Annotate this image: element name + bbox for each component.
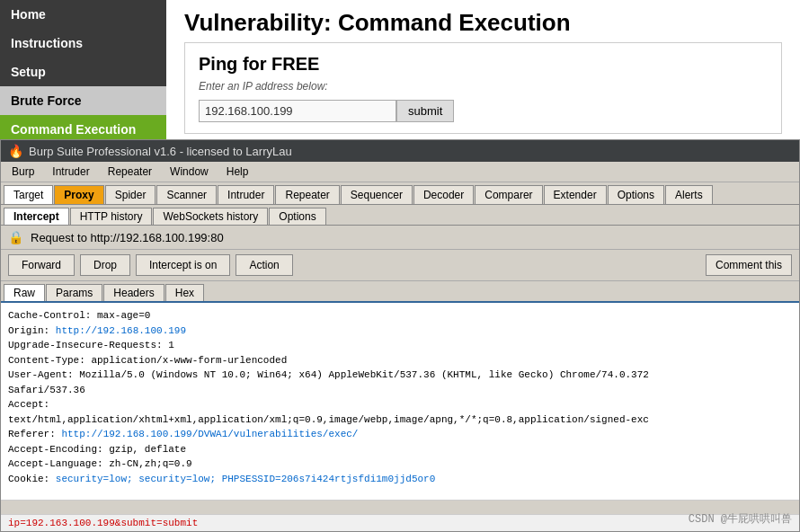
page-title: Vulnerability: Command Execution <box>166 0 800 42</box>
tab-target[interactable]: Target <box>4 185 53 204</box>
subtab-options[interactable]: Options <box>269 208 325 225</box>
menu-help[interactable]: Help <box>219 164 256 180</box>
subtab-http-history[interactable]: HTTP history <box>70 208 153 225</box>
body-line-3: Upgrade-Insecure-Requests: 1 <box>8 338 792 353</box>
ping-title: Ping for FREE <box>199 54 768 75</box>
drop-button[interactable]: Drop <box>80 254 130 276</box>
ping-input[interactable] <box>199 100 396 122</box>
content-tab-headers[interactable]: Headers <box>103 284 164 301</box>
menu-window[interactable]: Window <box>163 164 216 180</box>
ping-box: Ping for FREE Enter an IP address below:… <box>184 42 782 134</box>
tab-spider[interactable]: Spider <box>105 185 156 204</box>
subtab-intercept[interactable]: Intercept <box>4 208 69 225</box>
burp-sub-tabs: Intercept HTTP history WebSockets histor… <box>1 205 799 226</box>
burp-menubar: Burp Intruder Repeater Window Help <box>1 162 799 182</box>
menu-intruder[interactable]: Intruder <box>45 164 96 180</box>
tab-repeater[interactable]: Repeater <box>275 185 339 204</box>
body-line-10: Accept-Encoding: gzip, deflate <box>8 442 792 457</box>
intercept-toggle-button[interactable]: Intercept is on <box>136 254 230 276</box>
burp-titlebar: 🔥 Burp Suite Professional v1.6 - license… <box>1 140 799 162</box>
content-tab-hex[interactable]: Hex <box>165 284 204 301</box>
sidebar-item-setup[interactable]: Setup <box>0 58 166 86</box>
body-line-5: User-Agent: Mozilla/5.0 (Windows NT 10.0… <box>8 368 792 383</box>
tab-comparer[interactable]: Comparer <box>475 185 542 204</box>
body-line-2: Origin: http://192.168.100.199 <box>8 324 792 339</box>
content-tab-params[interactable]: Params <box>46 284 102 301</box>
body-line-11: Accept-Language: zh-CN,zh;q=0.9 <box>8 457 792 472</box>
lock-icon: 🔒 <box>8 230 23 244</box>
body-line-4: Content-Type: application/x-www-form-url… <box>8 353 792 368</box>
tab-decoder[interactable]: Decoder <box>413 185 474 204</box>
sidebar-item-bruteforce[interactable]: Brute Force <box>0 86 166 115</box>
ping-submit-button[interactable]: submit <box>396 100 454 122</box>
ping-description: Enter an IP address below: <box>199 80 768 93</box>
body-line-9: Referer: http://192.168.100.199/DVWA1/vu… <box>8 427 792 442</box>
burp-main-tabs: Target Proxy Spider Scanner Intruder Rep… <box>1 182 799 205</box>
body-line-8: text/html,application/xhtml+xml,applicat… <box>8 412 792 428</box>
bottom-param: ip=192.163.100.199&submit=submit <box>8 518 198 528</box>
request-info: 🔒 Request to http://192.168.100.199:80 <box>1 226 799 250</box>
body-line-7: Accept: <box>8 397 792 412</box>
request-body: Cache-Control: max-age=0 Origin: http://… <box>1 303 799 501</box>
tab-scanner[interactable]: Scanner <box>156 185 217 204</box>
bottom-bar: ip=192.163.100.199&submit=submit CSDN @牛… <box>1 514 799 531</box>
burp-title-text: Burp Suite Professional v1.6 - licensed … <box>29 145 292 158</box>
body-line-1: Cache-Control: max-age=0 <box>8 308 792 324</box>
burp-fire-icon: 🔥 <box>8 144 23 158</box>
comment-this-button[interactable]: Comment this <box>706 254 792 276</box>
action-button[interactable]: Action <box>236 254 292 276</box>
body-line-6: Safari/537.36 <box>8 383 792 398</box>
tab-extender[interactable]: Extender <box>544 185 607 204</box>
sidebar-item-instructions[interactable]: Instructions <box>0 29 166 58</box>
sidebar-item-home[interactable]: Home <box>0 0 166 29</box>
tab-alerts[interactable]: Alerts <box>665 185 713 204</box>
tab-intruder[interactable]: Intruder <box>218 185 274 204</box>
body-line-12: Cookie: security=low; security=low; PHPS… <box>8 472 792 487</box>
watermark: CSDN @牛屁哄哄叫兽 <box>689 511 792 527</box>
buttons-row: Forward Drop Intercept is on Action Comm… <box>1 250 799 281</box>
request-url: Request to http://192.168.100.199:80 <box>31 231 224 244</box>
tab-proxy[interactable]: Proxy <box>54 185 103 204</box>
burp-overlay: 🔥 Burp Suite Professional v1.6 - license… <box>0 139 800 532</box>
content-tab-raw[interactable]: Raw <box>4 284 45 301</box>
forward-button[interactable]: Forward <box>8 254 75 276</box>
bottom-param-text: ip=192.163.100.199&submit=submit <box>8 518 198 528</box>
menu-repeater[interactable]: Repeater <box>101 164 159 180</box>
content-tabs: Raw Params Headers Hex <box>1 281 799 303</box>
subtab-websockets-history[interactable]: WebSockets history <box>153 208 268 225</box>
tab-sequencer[interactable]: Sequencer <box>341 185 413 204</box>
menu-burp[interactable]: Burp <box>4 164 41 180</box>
tab-options[interactable]: Options <box>608 185 664 204</box>
